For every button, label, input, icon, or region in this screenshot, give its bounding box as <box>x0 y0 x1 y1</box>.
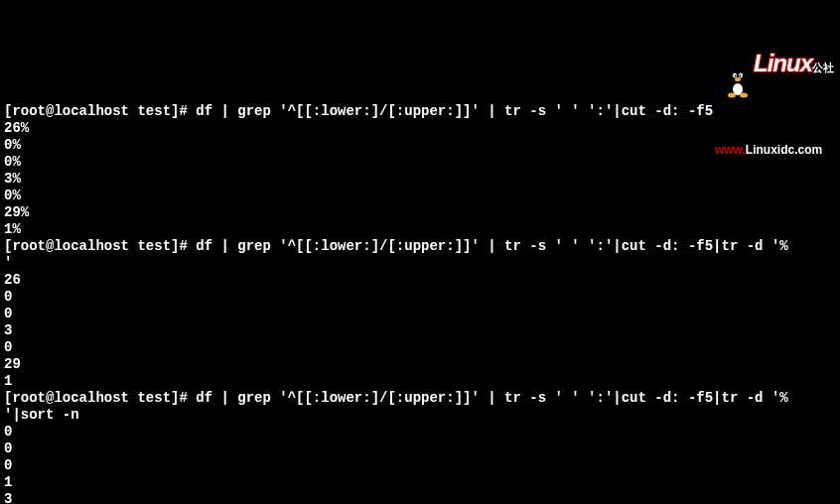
watermark-brand: Linux <box>754 50 812 76</box>
watermark-url: www.Linuxidc.com <box>702 125 834 176</box>
terminal-line: [root@localhost test]# df | grep '^[[:lo… <box>4 238 836 255</box>
output-line: 0 <box>4 441 836 457</box>
svg-point-5 <box>735 75 737 77</box>
tux-penguin-icon <box>674 50 702 81</box>
svg-point-9 <box>740 93 748 98</box>
svg-point-7 <box>735 77 741 81</box>
terminal-line: '|sort -n <box>4 407 836 424</box>
terminal-line: ' <box>4 255 836 272</box>
output-line: 26 <box>4 272 836 289</box>
output-line: 1 <box>4 373 836 390</box>
output-line: 1 <box>4 474 836 491</box>
output-line: 0 <box>4 424 836 441</box>
output-line: 29 <box>4 356 836 373</box>
output-line: 0 <box>4 306 836 322</box>
svg-point-6 <box>740 75 742 77</box>
output-line: 29% <box>4 204 836 221</box>
svg-point-8 <box>728 93 736 98</box>
output-line: 0 <box>4 457 836 474</box>
output-line: 0 <box>4 289 836 306</box>
output-line: 3 <box>4 491 836 504</box>
output-line: 1% <box>4 221 836 238</box>
output-line: 0 <box>4 339 836 356</box>
watermark-sub: 公社 <box>812 62 834 73</box>
watermark: Linux公社 www.Linuxidc.com <box>674 4 834 192</box>
output-line: 3 <box>4 322 836 339</box>
terminal-line: [root@localhost test]# df | grep '^[[:lo… <box>4 390 836 407</box>
